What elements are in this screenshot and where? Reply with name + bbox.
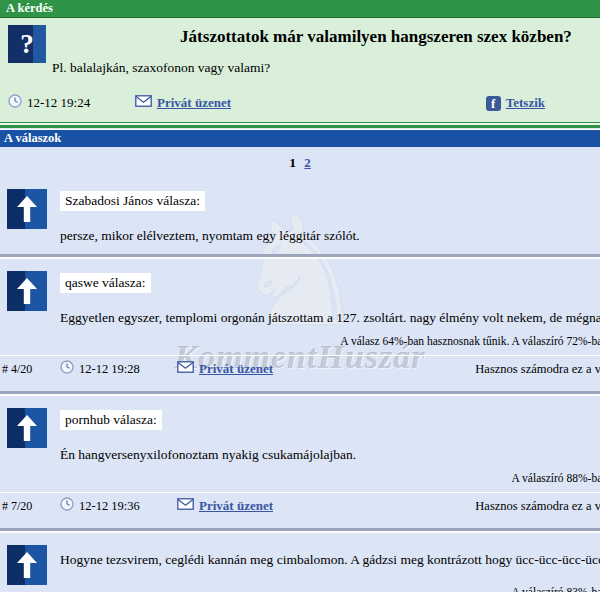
question-meta-row: 12-12 19:24 Privát üzenet f Tetszik bbox=[0, 92, 600, 116]
answer-text: Én hangversenyxilofonoztam nyakig csukam… bbox=[60, 447, 600, 463]
question-title: Játszottatok már valamilyen hangszeren s… bbox=[92, 18, 600, 47]
envelope-icon bbox=[177, 498, 194, 514]
answer-footer: # 7/20 12-12 19:36 Privát üzenet Hasznos… bbox=[0, 492, 600, 518]
envelope-icon bbox=[135, 95, 152, 111]
question-body: Pl. balalajkán, szaxofonon vagy valami? bbox=[52, 60, 600, 76]
upvote-arrow-icon[interactable] bbox=[7, 545, 47, 585]
answer-author: qaswe válasza: bbox=[60, 273, 151, 293]
answer-time: 12-12 19:36 bbox=[79, 499, 177, 514]
answer-footer: # 4/20 12-12 19:28 Privát üzenet Hasznos… bbox=[0, 355, 600, 381]
clock-icon bbox=[60, 497, 74, 515]
answers-section-header: A válaszok bbox=[0, 129, 600, 147]
helpful-question-text: Hasznos számodra ez a vál bbox=[475, 362, 600, 377]
answer-item: Hogyne tezsvirem, ceglédi kannán meg cim… bbox=[0, 533, 600, 592]
private-message-link[interactable]: Privát üzenet bbox=[199, 498, 273, 514]
answer-time: 12-12 19:28 bbox=[79, 362, 177, 377]
pagination-current-page: 1 bbox=[289, 155, 296, 170]
private-message-link[interactable]: Privát üzenet bbox=[157, 95, 231, 111]
private-message-link[interactable]: Privát üzenet bbox=[199, 361, 273, 377]
answer-text: persze, mikor elélveztem, nyomtam egy lé… bbox=[60, 228, 600, 244]
helpful-question-text: Hasznos számodra ez a vál bbox=[475, 499, 600, 514]
answer-usefulness-stats: A válaszíró 83%-ban bbox=[0, 586, 600, 592]
answer-author: pornhub válasza: bbox=[60, 410, 162, 430]
facebook-like-link[interactable]: Tetszik bbox=[506, 95, 545, 111]
answer-item: pornhub válasza: Én hangversenyxilofonoz… bbox=[0, 396, 600, 528]
answer-text: Eggyetlen egyszer, templomi orgonán játs… bbox=[60, 310, 600, 326]
answers-section: ♞ KommentHuszár 1 2 Szabadosi János vála… bbox=[0, 147, 600, 592]
clock-icon bbox=[8, 94, 22, 112]
answer-author: Szabadosi János válasza: bbox=[60, 191, 205, 211]
answer-number: # 4/20 bbox=[2, 362, 60, 377]
upvote-arrow-icon[interactable] bbox=[7, 271, 47, 311]
facebook-icon: f bbox=[486, 96, 501, 111]
question-mark-icon: ? bbox=[8, 25, 46, 63]
question-section-header: A kérdés bbox=[0, 0, 600, 18]
answer-item: qaswe válasza: Eggyetlen egyszer, templo… bbox=[0, 259, 600, 391]
section-divider-green bbox=[0, 122, 600, 125]
answer-item: Szabadosi János válasza: persze, mikor e… bbox=[0, 177, 600, 254]
clock-icon bbox=[60, 360, 74, 378]
pagination: 1 2 bbox=[0, 147, 600, 177]
answer-text: Hogyne tezsvirem, ceglédi kannán meg cim… bbox=[60, 533, 600, 568]
facebook-like-group: f Tetszik bbox=[486, 95, 545, 111]
answer-number: # 7/20 bbox=[2, 499, 60, 514]
envelope-icon bbox=[177, 361, 194, 377]
pagination-page-2-link[interactable]: 2 bbox=[304, 155, 311, 170]
upvote-arrow-icon[interactable] bbox=[7, 408, 47, 448]
question-section: ? Játszottatok már valamilyen hangszeren… bbox=[0, 18, 600, 122]
answer-usefulness-stats: A válasz 64%-ban hasznosnak tűnik. A vál… bbox=[0, 335, 600, 347]
answer-usefulness-stats: A válaszíró 88%-ban bbox=[0, 472, 600, 484]
upvote-arrow-icon[interactable] bbox=[7, 189, 47, 229]
question-time: 12-12 19:24 bbox=[27, 95, 135, 111]
